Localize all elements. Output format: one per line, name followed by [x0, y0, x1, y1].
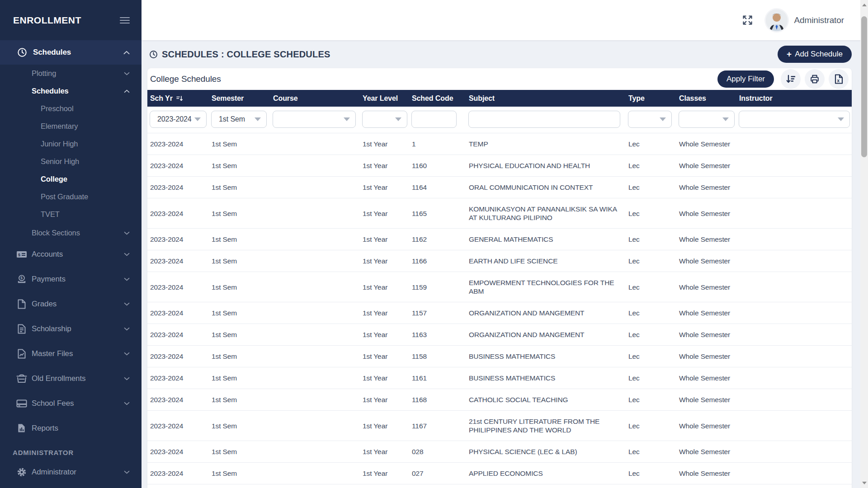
- excel-export-icon[interactable]: x: [829, 69, 849, 89]
- sort-amount-icon[interactable]: [781, 69, 801, 89]
- cell-year-level: 1st Year: [360, 346, 409, 367]
- cell-year-level: 1st Year: [360, 250, 409, 272]
- filter-classes-select[interactable]: [679, 111, 735, 128]
- cell-semester: 1st Sem: [209, 324, 270, 346]
- sidebar-item-old-enrollments[interactable]: Old Enrollments: [0, 366, 142, 391]
- cell-sched-code: 1: [409, 133, 466, 155]
- cell-semester: 1st Sem: [209, 272, 270, 302]
- cell-sched-code: 028: [409, 441, 466, 463]
- vertical-scrollbar[interactable]: [860, 0, 868, 488]
- sidebar-item-accounts[interactable]: $ Accounts: [0, 242, 142, 267]
- cell-sch-yr: 2023-2024: [147, 155, 209, 177]
- scrollbar-up-arrow[interactable]: [860, 2, 868, 8]
- column-header-year-level: Year Level: [360, 90, 409, 107]
- column-header-sch-yr[interactable]: Sch Yr: [147, 90, 209, 107]
- filter-semester-value: 1st Sem: [219, 115, 245, 123]
- cell-sch-yr: 2023-2024: [147, 272, 209, 302]
- sidebar-item-label: Scholarship: [32, 324, 124, 333]
- cell-type: Lec: [626, 177, 676, 198]
- add-schedule-button[interactable]: + Add Schedule: [778, 46, 852, 63]
- column-header-type: Type: [626, 90, 676, 107]
- cell-instructor: [736, 389, 852, 411]
- sidebar-item-post-graduate[interactable]: Post Graduate: [0, 188, 142, 206]
- cell-year-level: 1st Year: [360, 133, 409, 155]
- sidebar-item-schedules[interactable]: Schedules: [0, 40, 142, 65]
- cell-course: [270, 441, 360, 463]
- page-header: SCHEDULES : COLLEGE SCHEDULES + Add Sche…: [147, 40, 852, 68]
- sidebar-item-label: School Fees: [32, 399, 124, 408]
- cell-year-level: 1st Year: [360, 463, 409, 484]
- sidebar-item-junior-high[interactable]: Junior High: [0, 135, 142, 153]
- table-row: 2023-2024 1st Sem 1st Year 1157 ORGANIZA…: [147, 302, 852, 324]
- sidebar-item-schedules-sub[interactable]: Schedules: [0, 82, 142, 100]
- filter-subject-input[interactable]: [468, 111, 620, 128]
- cell-semester: 1st Sem: [209, 133, 270, 155]
- cell-sched-code: 1167: [409, 411, 466, 441]
- scrollbar-thumb[interactable]: [861, 16, 867, 157]
- cell-subject: ORAL COMMUNICATION IN CONTEXT: [466, 177, 626, 198]
- sidebar-item-label: Elementary: [41, 122, 78, 131]
- hamburger-menu-icon[interactable]: [120, 15, 130, 25]
- cell-sch-yr: 2023-2024: [147, 367, 209, 389]
- chevron-down-icon: [124, 327, 130, 331]
- cell-classes: Whole Semester: [676, 229, 736, 250]
- sidebar-item-senior-high[interactable]: Senior High: [0, 153, 142, 170]
- topbar-username[interactable]: Administrator: [794, 15, 844, 25]
- sidebar-item-plotting[interactable]: Plotting: [0, 65, 142, 82]
- cell-classes: Whole Semester: [676, 484, 736, 488]
- cell-semester: 1st Sem: [209, 411, 270, 441]
- sidebar-item-grades[interactable]: Grades: [0, 291, 142, 316]
- gear-icon: [16, 467, 27, 477]
- cell-semester: 1st Sem: [209, 389, 270, 411]
- sidebar-item-payments[interactable]: $ Payments: [0, 267, 142, 291]
- scrollbar-down-arrow[interactable]: [860, 480, 868, 486]
- filter-sch-yr-select[interactable]: 2023-2024: [150, 111, 207, 128]
- cell-instructor: [736, 346, 852, 367]
- file-bar-chart-icon: [16, 423, 27, 433]
- fullscreen-icon[interactable]: [741, 14, 754, 26]
- filter-instructor-select[interactable]: [739, 111, 850, 128]
- filter-semester-select[interactable]: 1st Sem: [211, 111, 267, 128]
- cell-type: Lec: [626, 302, 676, 324]
- filter-type-select[interactable]: [628, 111, 672, 128]
- caret-down-icon: [660, 117, 666, 121]
- sidebar-item-college[interactable]: College: [0, 170, 142, 188]
- table-row: 2023-2024 1st Sem 1st Year 1168 CATHOLIC…: [147, 389, 852, 411]
- sidebar-item-school-fees[interactable]: School Fees: [0, 391, 142, 416]
- cell-sch-yr: 2023-2024: [147, 346, 209, 367]
- filter-course-select[interactable]: [273, 111, 356, 128]
- sidebar-item-tvet[interactable]: TVET: [0, 206, 142, 223]
- cell-year-level: 1st Year: [360, 441, 409, 463]
- column-header-sched-code: Sched Code: [409, 90, 466, 107]
- sidebar-item-preschool[interactable]: Preschool: [0, 100, 142, 117]
- sidebar-item-master-files[interactable]: Master Files: [0, 341, 142, 366]
- cell-course: [270, 367, 360, 389]
- chevron-down-icon: [124, 377, 130, 380]
- cell-instructor: [736, 441, 852, 463]
- cell-sch-yr: 2023-2024: [147, 484, 209, 488]
- chevron-up-icon: [123, 51, 130, 55]
- add-schedule-label: Add Schedule: [795, 50, 843, 59]
- chevron-down-icon: [124, 72, 130, 75]
- sidebar-item-elementary[interactable]: Elementary: [0, 117, 142, 135]
- cell-sched-code: 1168: [409, 389, 466, 411]
- table-row: 2023-2024 1st Sem 1st Year 1159 EMPOWERM…: [147, 272, 852, 302]
- cell-type: Lec: [626, 463, 676, 484]
- user-avatar[interactable]: [766, 9, 788, 31]
- cell-type: Lec: [626, 441, 676, 463]
- sidebar-item-block-sections[interactable]: Block Sections: [0, 224, 142, 242]
- cell-semester: 1st Sem: [209, 484, 270, 488]
- topbar: Administrator: [142, 0, 868, 40]
- sidebar-item-administrator[interactable]: Administrator: [0, 460, 142, 484]
- sidebar-item-label: Senior High: [41, 157, 79, 166]
- basket-icon: [16, 374, 27, 384]
- apply-filter-button[interactable]: Apply Filter: [717, 70, 774, 88]
- cell-instructor: [736, 229, 852, 250]
- sidebar-item-label: Grades: [32, 300, 124, 309]
- sidebar-item-reports[interactable]: Reports: [0, 416, 142, 441]
- filter-sched-code-input[interactable]: [411, 111, 457, 128]
- print-icon[interactable]: [805, 69, 825, 89]
- sidebar-item-scholarship[interactable]: Scholarship: [0, 316, 142, 341]
- filter-year-level-select[interactable]: [362, 111, 407, 128]
- app-window: ENROLLMENT Schedules Plotting Schedules: [0, 0, 868, 488]
